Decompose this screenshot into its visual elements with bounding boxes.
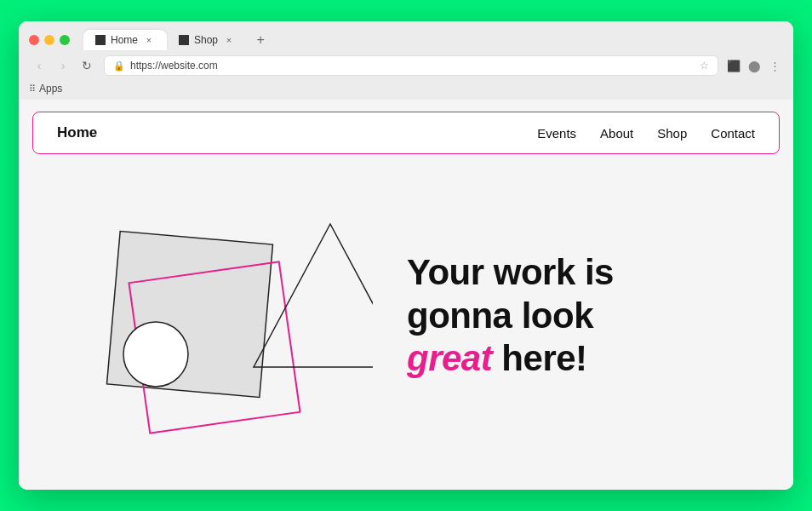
hero-line1: Your work is	[407, 252, 614, 292]
shapes-area	[58, 197, 373, 435]
menu-button[interactable]: ⋮	[766, 57, 783, 74]
site-navbar: Home Events About Shop Contact	[32, 112, 780, 154]
address-bar-row: ‹ › ↻ 🔒 https://website.com ☆ ⬛ ⬤ ⋮	[19, 50, 793, 83]
url-text: https://website.com	[130, 60, 695, 72]
website-content: Home Events About Shop Contact	[19, 100, 793, 490]
nav-buttons: ‹ › ↻	[29, 55, 97, 76]
tab-shop-close[interactable]: ×	[223, 34, 235, 46]
site-inner: Home Events About Shop Contact	[19, 100, 793, 490]
title-bar: Home × Shop × +	[19, 21, 793, 50]
tab-home-favicon	[95, 35, 106, 45]
tab-shop[interactable]: Shop ×	[167, 30, 247, 50]
browser-window: Home × Shop × + ‹ › ↻ 🔒 https://website	[19, 21, 793, 490]
minimize-button[interactable]	[44, 35, 54, 45]
tabs-row: Home × Shop × +	[83, 30, 271, 50]
extensions-button[interactable]: ⬛	[725, 57, 742, 74]
hero-text: Your work is gonna look great here!	[373, 251, 763, 380]
traffic-lights	[29, 35, 70, 45]
shapes-svg	[58, 197, 373, 435]
apps-grid-icon: ⠿	[29, 83, 36, 95]
nav-shop[interactable]: Shop	[657, 126, 687, 141]
tab-shop-favicon	[179, 35, 189, 45]
nav-contact[interactable]: Contact	[711, 126, 755, 141]
nav-about[interactable]: About	[600, 126, 633, 141]
browser-chrome: Home × Shop × + ‹ › ↻ 🔒 https://website	[19, 21, 793, 100]
tab-shop-label: Shop	[194, 34, 218, 46]
tab-home-label: Home	[111, 34, 138, 46]
forward-button[interactable]: ›	[53, 55, 73, 76]
hero-line2: gonna look	[407, 296, 593, 336]
apps-label[interactable]: Apps	[39, 83, 62, 95]
refresh-button[interactable]: ↻	[77, 55, 97, 76]
hero-heading: Your work is gonna look great here!	[407, 251, 746, 380]
nav-events[interactable]: Events	[537, 126, 576, 141]
back-button[interactable]: ‹	[29, 55, 49, 76]
hero-accent: great	[407, 338, 492, 378]
lock-icon: 🔒	[113, 60, 125, 72]
close-button[interactable]	[29, 35, 39, 45]
hero-line3: here!	[492, 338, 586, 378]
bookmarks-bar: ⠿ Apps	[19, 83, 793, 100]
profile-button[interactable]: ⬤	[746, 57, 763, 74]
svg-point-3	[123, 322, 188, 387]
address-bar[interactable]: 🔒 https://website.com ☆	[104, 55, 718, 76]
tab-home-close[interactable]: ×	[143, 34, 155, 46]
tab-home[interactable]: Home ×	[83, 30, 167, 50]
maximize-button[interactable]	[60, 35, 70, 45]
site-hero: Your work is gonna look great here!	[32, 154, 780, 478]
bookmark-star-icon[interactable]: ☆	[700, 60, 709, 72]
new-tab-button[interactable]: +	[250, 30, 271, 50]
address-right-buttons: ⬛ ⬤ ⋮	[725, 57, 783, 74]
site-logo[interactable]: Home	[57, 124, 97, 141]
site-nav-links: Events About Shop Contact	[537, 126, 755, 141]
